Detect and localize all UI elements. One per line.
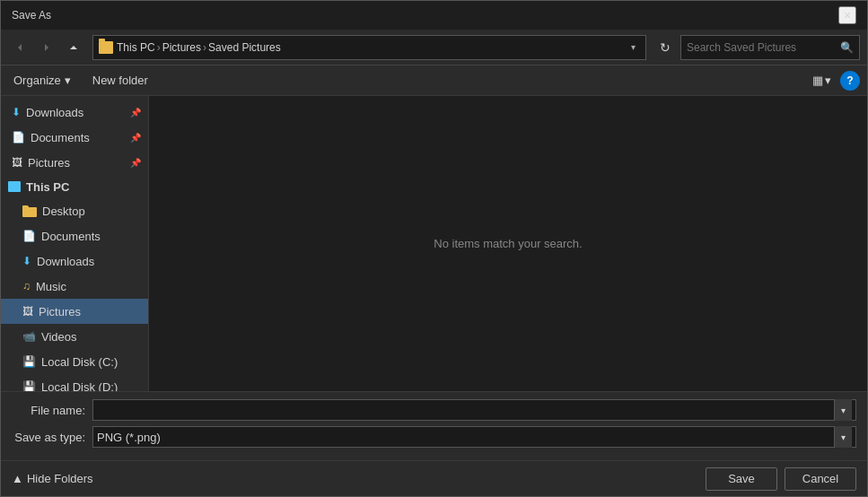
- address-toolbar: This PC › Pictures › Saved Pictures ▾ ↻ …: [1, 30, 867, 65]
- sidebar-item-downloads[interactable]: ⬇ Downloads: [1, 248, 148, 274]
- dialog-title: Save As: [12, 9, 51, 22]
- address-folder-icon: [99, 41, 113, 54]
- this-pc-icon: [8, 181, 21, 192]
- sidebar-item-desktop[interactable]: Desktop: [1, 198, 148, 223]
- sidebar-item-pictures[interactable]: 🖼 Pictures: [1, 299, 148, 324]
- this-pc-label: This PC: [26, 180, 69, 194]
- sidebar-label-desktop: Desktop: [42, 205, 85, 218]
- sidebar-item-local-d[interactable]: 💾 Local Disk (D:): [1, 374, 148, 391]
- main-content: No items match your search.: [149, 96, 867, 391]
- address-bar[interactable]: This PC › Pictures › Saved Pictures ▾: [92, 35, 646, 60]
- sidebar-item-local-c[interactable]: 💾 Local Disk (C:): [1, 349, 148, 374]
- this-pc-header: This PC: [1, 175, 148, 198]
- filename-dropdown[interactable]: ▾: [834, 399, 852, 421]
- footer-buttons: Save Cancel: [706, 467, 856, 491]
- sidebar-item-videos[interactable]: 📹 Videos: [1, 324, 148, 349]
- pin-icon-downloads: 📌: [130, 108, 141, 118]
- filename-row: File name: ▾: [12, 399, 856, 421]
- sidebar-item-documents[interactable]: 📄 Documents: [1, 223, 148, 248]
- close-button[interactable]: ×: [838, 6, 856, 24]
- sidebar-item-pictures-pinned[interactable]: 🖼 Pictures 📌: [1, 150, 148, 175]
- address-sep-1: ›: [157, 41, 161, 54]
- address-parts: This PC › Pictures › Saved Pictures: [117, 41, 622, 54]
- sidebar: ⬇ Downloads 📌 📄 Documents 📌 🖼 Pictures 📌…: [1, 96, 149, 391]
- title-bar: Save As ×: [1, 1, 867, 30]
- bottom-form-area: File name: ▾ Save as type: ▾: [1, 391, 867, 460]
- pin-icon-documents: 📌: [130, 133, 141, 143]
- search-icon[interactable]: 🔍: [840, 41, 854, 54]
- hide-folders-arrow-icon: ▲: [12, 472, 23, 485]
- footer: ▲ Hide Folders Save Cancel: [1, 460, 867, 496]
- save-button[interactable]: Save: [706, 467, 777, 491]
- videos-icon: 📹: [22, 330, 36, 343]
- hide-folders-button[interactable]: ▲ Hide Folders: [12, 472, 93, 485]
- organize-button[interactable]: Organize ▾: [8, 70, 76, 91]
- filename-input-wrap[interactable]: ▾: [92, 399, 856, 421]
- sidebar-label-pictures: Pictures: [39, 305, 81, 318]
- pictures-pinned-icon: 🖼: [12, 156, 22, 169]
- pin-icon-pictures: 📌: [130, 158, 141, 168]
- forward-button[interactable]: [35, 36, 58, 59]
- sidebar-label-downloads-pinned: Downloads: [26, 106, 83, 119]
- sidebar-label-documents-pinned: Documents: [31, 131, 90, 144]
- secondary-toolbar: Organize ▾ New folder ▦ ▾ ?: [1, 65, 867, 96]
- address-part-saved: Saved Pictures: [208, 41, 281, 54]
- organize-label: Organize: [13, 74, 61, 87]
- refresh-button[interactable]: ↻: [653, 36, 677, 59]
- address-part-pc: This PC: [117, 41, 155, 54]
- downloads-pinned-icon: ⬇: [12, 106, 21, 118]
- secondary-toolbar-right: ▦ ▾ ?: [807, 70, 860, 91]
- pictures-icon: 🖼: [22, 305, 33, 318]
- savetype-row: Save as type: ▾: [12, 426, 856, 448]
- empty-message: No items match your search.: [434, 237, 582, 250]
- filename-input[interactable]: [97, 404, 834, 417]
- sidebar-label-local-c: Local Disk (C:): [41, 355, 118, 369]
- help-button[interactable]: ?: [840, 71, 860, 91]
- savetype-input-wrap[interactable]: ▾: [92, 426, 856, 448]
- sidebar-label-music: Music: [36, 280, 66, 293]
- organize-arrow-icon: ▾: [65, 74, 71, 87]
- sidebar-item-downloads-pinned[interactable]: ⬇ Downloads 📌: [1, 100, 148, 125]
- view-arrow-icon: ▾: [825, 74, 831, 87]
- sidebar-label-documents: Documents: [41, 230, 101, 243]
- disk-c-icon: 💾: [22, 355, 36, 368]
- address-dropdown-button[interactable]: ▾: [626, 40, 640, 55]
- sidebar-item-documents-pinned[interactable]: 📄 Documents 📌: [1, 125, 148, 150]
- savetype-input: [97, 431, 834, 444]
- downloads-icon: ⬇: [22, 255, 31, 267]
- cancel-button[interactable]: Cancel: [785, 467, 856, 491]
- hide-folders-label: Hide Folders: [27, 472, 93, 485]
- disk-d-icon: 💾: [22, 380, 36, 391]
- sidebar-label-videos: Videos: [41, 330, 77, 344]
- sidebar-item-music[interactable]: ♫ Music: [1, 274, 148, 299]
- savetype-label: Save as type:: [12, 431, 92, 444]
- savetype-dropdown[interactable]: ▾: [834, 426, 852, 448]
- address-sep-2: ›: [203, 41, 206, 54]
- secondary-toolbar-left: Organize ▾ New folder: [8, 70, 153, 91]
- sidebar-label-downloads: Downloads: [37, 255, 94, 268]
- view-icon: ▦: [812, 74, 823, 87]
- search-input[interactable]: [687, 41, 840, 54]
- filename-label: File name:: [12, 404, 92, 417]
- music-icon: ♫: [22, 280, 31, 292]
- documents-pinned-icon: 📄: [12, 131, 25, 144]
- desktop-icon: [22, 205, 37, 217]
- sidebar-label-local-d: Local Disk (D:): [41, 380, 118, 392]
- view-button[interactable]: ▦ ▾: [807, 70, 837, 91]
- sidebar-label-pictures-pinned: Pictures: [28, 156, 70, 170]
- documents-icon: 📄: [22, 230, 36, 242]
- search-box[interactable]: 🔍: [680, 35, 860, 60]
- up-button[interactable]: [62, 36, 85, 59]
- save-as-dialog: Save As × This PC › Pictures › Saved Pic…: [0, 0, 868, 497]
- new-folder-button[interactable]: New folder: [87, 70, 153, 91]
- back-button[interactable]: [8, 36, 31, 59]
- content-area: ⬇ Downloads 📌 📄 Documents 📌 🖼 Pictures 📌…: [1, 96, 867, 391]
- address-part-pictures: Pictures: [162, 41, 201, 54]
